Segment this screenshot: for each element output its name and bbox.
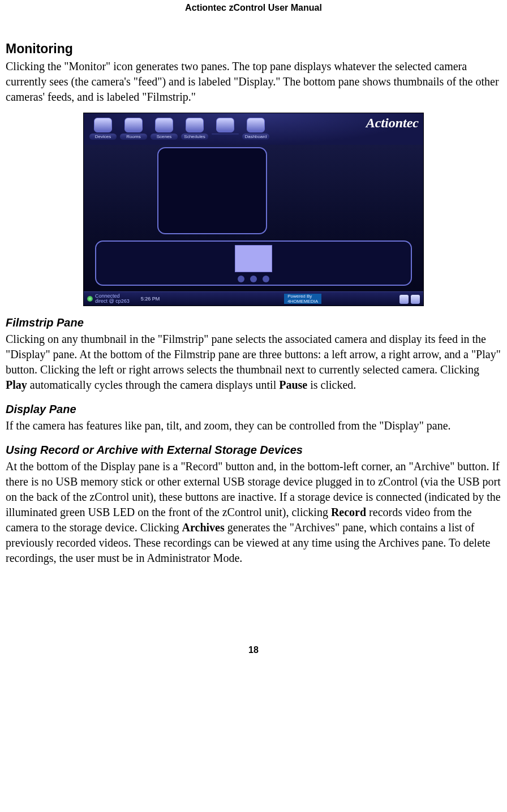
powered-by-badge: Powered By 4HOMEMEDIA [284, 294, 321, 304]
text-run: Clicking on any thumbnail in the "Filmst… [6, 333, 501, 376]
connection-line2: direct @ cp263 [95, 299, 130, 304]
toolbar-btn-cameras[interactable] [212, 118, 239, 140]
next-arrow-icon[interactable] [263, 276, 269, 282]
lock-icon[interactable] [399, 295, 409, 304]
subsection-record: Using Record or Archive with External St… [6, 444, 501, 457]
settings-icon[interactable] [411, 295, 420, 304]
dashboard-icon [247, 118, 265, 132]
status-bar: Connected direct @ cp263 5:26 PM Powered… [84, 291, 423, 306]
connection-status-icon [87, 296, 93, 302]
powered-by-label: Powered By [287, 294, 318, 299]
toolbar-btn-schedules[interactable]: Schedules [181, 118, 208, 140]
toolbar-label: Schedules [181, 134, 208, 140]
toolbar-btn-rooms[interactable]: Rooms [120, 118, 147, 140]
prev-arrow-icon[interactable] [238, 276, 244, 282]
text-run: is clicked. [307, 379, 356, 391]
toolbar-btn-devices[interactable]: Devices [89, 118, 117, 140]
filmstrip-controls [238, 276, 269, 282]
play-icon[interactable] [250, 276, 257, 282]
devices-icon [94, 118, 112, 132]
toolbar-btn-scenes[interactable]: Scenes [151, 118, 178, 140]
toolbar-label: Devices [89, 134, 117, 140]
powered-by-name: 4HOMEMEDIA [287, 299, 318, 304]
toolbar-label [212, 134, 239, 135]
page-number: 18 [6, 645, 501, 655]
display-pane[interactable] [157, 147, 267, 234]
bold-play: Play [6, 379, 27, 391]
toolbar-label: Rooms [120, 134, 147, 140]
text-run: automatically cycles through the camera … [27, 379, 279, 391]
toolbar-label: Dashboard [242, 134, 269, 140]
connection-text: Connected direct @ cp263 [95, 294, 130, 304]
bold-archives: Archives [182, 521, 225, 534]
brand-logo: Actiontec [366, 115, 419, 131]
cameras-icon [216, 118, 234, 132]
status-time: 5:26 PM [141, 296, 160, 302]
toolbar-btn-dashboard[interactable]: Dashboard [242, 118, 269, 140]
record-paragraph: At the bottom of the Display pane is a "… [6, 459, 501, 566]
running-header: Actiontec zControl User Manual [6, 0, 501, 41]
display-paragraph: If the camera has features like pan, til… [6, 418, 501, 433]
app-header: Devices Rooms Scenes Schedules Dashboard… [84, 113, 423, 145]
app-screenshot-figure: Devices Rooms Scenes Schedules Dashboard… [83, 113, 424, 306]
app-toolbar: Devices Rooms Scenes Schedules Dashboard [89, 118, 269, 140]
scenes-icon [155, 118, 173, 132]
section-intro: Clicking the "Monitor" icon generates tw… [6, 59, 501, 105]
bold-pause: Pause [279, 379, 307, 391]
subsection-filmstrip: Filmstrip Pane [6, 316, 501, 329]
filmstrip-thumbnail[interactable] [235, 245, 272, 272]
toolbar-label: Scenes [151, 134, 178, 140]
section-heading-monitoring: Monitoring [6, 41, 501, 57]
filmstrip-pane[interactable] [95, 240, 412, 286]
rooms-icon [124, 118, 143, 132]
bold-record: Record [331, 506, 366, 518]
subsection-display: Display Pane [6, 403, 501, 416]
schedules-icon [186, 118, 204, 132]
filmstrip-paragraph: Clicking on any thumbnail in the "Filmst… [6, 332, 501, 393]
